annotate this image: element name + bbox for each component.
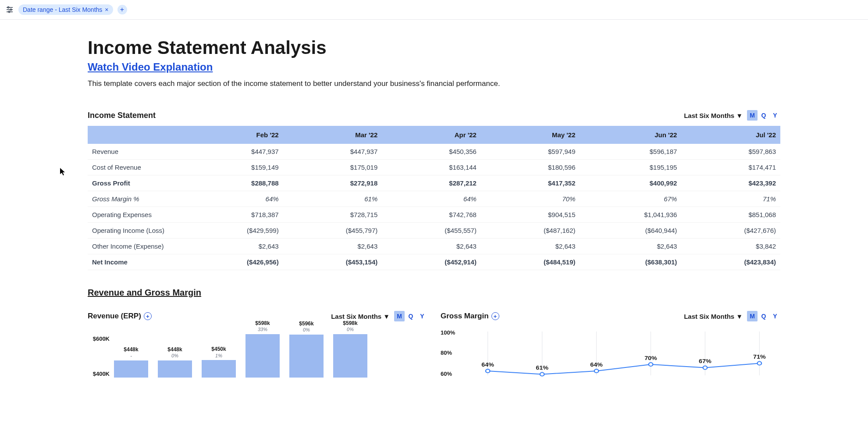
table-row: Operating Income (Loss)($429,599)($455,7… xyxy=(88,223,780,239)
cell-value: ($487,162) xyxy=(481,223,580,239)
column-header: Feb '22 xyxy=(184,126,283,144)
period-tab-m[interactable]: M xyxy=(747,311,758,321)
bar xyxy=(245,334,280,378)
income-section-header: Income Statement Last Six Months ▼ MQY xyxy=(88,110,780,121)
period-tabs: MQY xyxy=(747,311,780,321)
filter-icon[interactable] xyxy=(5,5,14,14)
row-label: Cost of Revenue xyxy=(88,160,184,175)
svg-text:61%: 61% xyxy=(536,365,548,371)
svg-point-3 xyxy=(10,9,11,10)
income-statement-table: Feb '22Mar '22Apr '22May '22Jun '22Jul '… xyxy=(88,126,780,270)
period-tab-q[interactable]: Q xyxy=(758,110,769,121)
cell-value: $180,596 xyxy=(481,160,580,175)
table-row: Operating Expenses$718,387$728,715$742,7… xyxy=(88,207,780,223)
chevron-down-icon: ▼ xyxy=(736,112,743,119)
svg-point-22 xyxy=(758,362,762,365)
cell-value: $287,212 xyxy=(382,175,481,191)
svg-text:71%: 71% xyxy=(753,354,766,360)
period-tab-y[interactable]: Y xyxy=(770,311,780,321)
revenue-chart-box: Revenue (ERP) + Last Six Months ▼ MQY $6… xyxy=(88,311,427,378)
cell-value: $851,068 xyxy=(681,207,780,223)
bar-column: $596k0% xyxy=(289,321,324,378)
svg-point-20 xyxy=(703,366,708,370)
close-icon[interactable]: × xyxy=(105,6,108,13)
svg-point-12 xyxy=(486,369,490,373)
period-tab-m[interactable]: M xyxy=(747,110,758,121)
bar xyxy=(114,360,148,378)
cell-value: $2,643 xyxy=(184,239,283,254)
row-label: Gross Margin % xyxy=(88,191,184,207)
cell-value: $288,788 xyxy=(184,175,283,191)
revenue-chart-title: Revenue (ERP) + xyxy=(88,312,152,321)
period-tabs: MQY xyxy=(747,110,780,121)
cell-value: ($640,944) xyxy=(580,223,682,239)
y-tick: $400K xyxy=(93,371,110,377)
date-range-chip[interactable]: Date range - Last Six Months × xyxy=(18,4,113,15)
period-tab-y[interactable]: Y xyxy=(770,110,780,121)
table-row: Gross Margin %64%61%64%70%67%71% xyxy=(88,191,780,207)
cell-value: $174,471 xyxy=(681,160,780,175)
margin-range-dropdown[interactable]: Last Six Months ▼ xyxy=(684,313,743,320)
add-filter-button[interactable]: + xyxy=(117,5,127,14)
bar-column: $598k0% xyxy=(333,320,367,378)
margin-chart-title: Gross Margin + xyxy=(441,312,499,321)
bar-label: $448k- xyxy=(124,346,138,359)
cell-value: ($455,557) xyxy=(382,223,481,239)
topbar: Date range - Last Six Months × + xyxy=(0,0,868,20)
date-range-dropdown[interactable]: Last Six Months ▼ xyxy=(684,112,743,119)
cell-value: $417,352 xyxy=(481,175,580,191)
cell-value: $2,643 xyxy=(481,239,580,254)
revenue-range-dropdown[interactable]: Last Six Months ▼ xyxy=(331,313,390,320)
bar-label: $598k0% xyxy=(343,320,357,333)
cell-value: $596,187 xyxy=(580,144,682,160)
bar-column: $448k0% xyxy=(158,346,192,378)
column-header: May '22 xyxy=(481,126,580,144)
video-explanation-link[interactable]: Watch Video Explanation xyxy=(88,61,213,73)
cell-value: $447,937 xyxy=(283,144,382,160)
cell-value: ($423,834) xyxy=(681,254,780,270)
cell-value: $597,949 xyxy=(481,144,580,160)
row-label: Gross Profit xyxy=(88,175,184,191)
revenue-margin-title: Revenue and Gross Margin xyxy=(88,288,780,298)
bar xyxy=(158,360,192,378)
chart-title-text: Revenue (ERP) xyxy=(88,312,141,321)
period-tab-q[interactable]: Q xyxy=(406,311,416,321)
bar-column: $598k33% xyxy=(245,320,280,378)
cell-value: $2,643 xyxy=(283,239,382,254)
cell-value: $2,643 xyxy=(382,239,481,254)
income-table-controls: Last Six Months ▼ MQY xyxy=(684,110,780,121)
row-label: Operating Expenses xyxy=(88,207,184,223)
plus-icon[interactable]: + xyxy=(491,312,499,320)
cell-value: $718,387 xyxy=(184,207,283,223)
period-tab-y[interactable]: Y xyxy=(417,311,427,321)
bar xyxy=(289,335,324,378)
page-title: Income Statement Analysis xyxy=(88,37,780,58)
bar-label: $448k0% xyxy=(167,346,182,359)
svg-text:64%: 64% xyxy=(481,362,494,368)
cell-value: $195,195 xyxy=(580,160,682,175)
period-tab-m[interactable]: M xyxy=(394,311,405,321)
plus-icon[interactable]: + xyxy=(144,312,152,320)
cell-value: 64% xyxy=(382,191,481,207)
cell-value: $423,392 xyxy=(681,175,780,191)
svg-text:67%: 67% xyxy=(699,359,711,365)
table-row: Other Income (Expense)$2,643$2,643$2,643… xyxy=(88,239,780,254)
cell-value: 67% xyxy=(580,191,682,207)
range-label: Last Six Months xyxy=(684,313,734,320)
period-tab-q[interactable]: Q xyxy=(758,311,769,321)
cell-value: $159,149 xyxy=(184,160,283,175)
column-header: Jul '22 xyxy=(681,126,780,144)
svg-point-5 xyxy=(8,11,10,12)
chevron-down-icon: ▼ xyxy=(383,313,390,320)
svg-point-1 xyxy=(7,7,9,8)
bar-label: $598k33% xyxy=(255,320,270,333)
page-description: This template covers each major section … xyxy=(88,79,780,88)
chip-label: Date range - Last Six Months xyxy=(23,6,102,13)
cell-value: $163,144 xyxy=(382,160,481,175)
bar-label: $450k1% xyxy=(211,346,226,359)
column-header: Mar '22 xyxy=(283,126,382,144)
bar xyxy=(333,334,367,378)
cell-value: 64% xyxy=(184,191,283,207)
cell-value: $447,937 xyxy=(184,144,283,160)
svg-point-16 xyxy=(594,369,599,373)
